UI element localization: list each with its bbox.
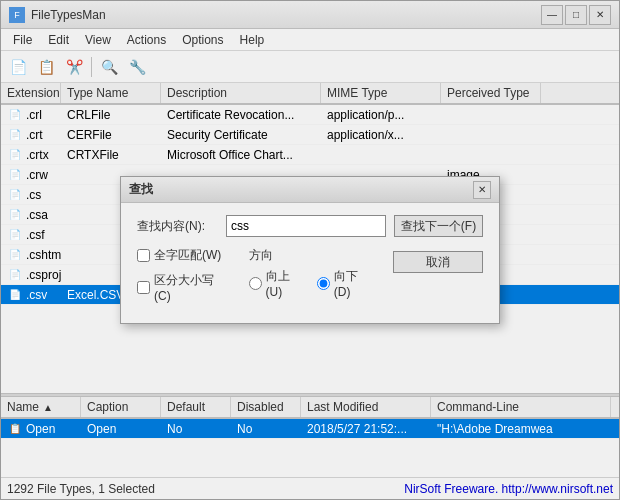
find-input[interactable]	[226, 215, 386, 237]
find-next-button[interactable]: 查找下一个(F)	[394, 215, 483, 237]
full-match-checkbox[interactable]	[137, 249, 150, 262]
direction-radio-group: 向上(U) 向下(D)	[249, 268, 373, 299]
case-sensitive-label: 区分大小写(C)	[154, 272, 229, 303]
find-input-row: 查找内容(N): 查找下一个(F)	[137, 215, 483, 237]
cancel-button[interactable]: 取消	[393, 251, 483, 273]
direction-title: 方向	[249, 247, 373, 264]
direction-down-row: 向下(D)	[317, 268, 373, 299]
full-match-row: 全字匹配(W)	[137, 247, 229, 264]
find-dialog: 查找 ✕ 查找内容(N): 查找下一个(F) 全字匹配(W)	[120, 176, 500, 324]
find-options-checkboxes: 全字匹配(W) 区分大小写(C)	[137, 247, 229, 303]
cancel-btn-container: 取消	[393, 247, 483, 303]
direction-group: 方向 向上(U) 向下(D)	[249, 247, 373, 303]
direction-up-row: 向上(U)	[249, 268, 305, 299]
dialog-title-bar: 查找 ✕	[121, 177, 499, 203]
main-window: F FileTypesMan — □ ✕ File Edit View Acti…	[0, 0, 620, 500]
case-sensitive-checkbox[interactable]	[137, 281, 150, 294]
case-sensitive-row: 区分大小写(C)	[137, 272, 229, 303]
dialog-body: 查找内容(N): 查找下一个(F) 全字匹配(W) 区分大小写(C)	[121, 203, 499, 323]
dialog-close-button[interactable]: ✕	[473, 181, 491, 199]
full-match-label: 全字匹配(W)	[154, 247, 221, 264]
direction-down-radio[interactable]	[317, 277, 330, 290]
direction-up-radio[interactable]	[249, 277, 262, 290]
direction-down-label: 向下(D)	[334, 268, 373, 299]
direction-up-label: 向上(U)	[266, 268, 305, 299]
dialog-overlay: 查找 ✕ 查找内容(N): 查找下一个(F) 全字匹配(W)	[1, 1, 619, 499]
dialog-title-text: 查找	[129, 181, 473, 198]
find-label: 查找内容(N):	[137, 218, 226, 235]
